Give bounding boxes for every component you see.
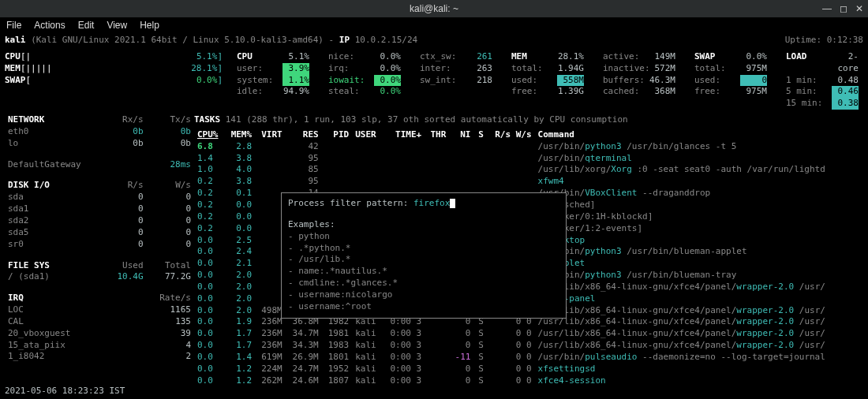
disk-row: sda100: [5, 203, 194, 215]
disk-row: sda200: [5, 215, 194, 227]
filter-input[interactable]: firefox: [413, 198, 450, 208]
irq-row: CAL135: [5, 316, 194, 328]
net-row: lo0b0b: [5, 138, 194, 150]
col-res: RES: [286, 129, 322, 141]
tasks-line: TASKS TASKS 141 (288 thr), 1 run, 103 sl…: [194, 114, 863, 126]
swap2-label: SWAP: [694, 51, 740, 63]
irq-row: 15_ata_piix4: [5, 340, 194, 352]
example-item: - python: [288, 231, 559, 243]
fs-title: FILE SYS: [5, 260, 105, 272]
load-15m: 0.38: [832, 98, 859, 110]
ctx-sw: 261: [466, 51, 492, 63]
menu-help[interactable]: Help: [140, 19, 159, 32]
disk-row: sr000: [5, 239, 194, 251]
uptime: Uptime: 0:12:38: [785, 35, 863, 47]
col-pid: PID: [322, 129, 353, 141]
timestamp: 2021-05-06 18:23:23 IST: [5, 386, 125, 396]
diskio-title: DISK I/O: [5, 180, 105, 192]
swap-label: SWAP: [5, 75, 26, 87]
disk-row: sda00: [5, 192, 194, 203]
process-row[interactable]: 1.43.895 /usr/bin/qterminal: [194, 153, 863, 165]
example-item: - /usr/lib.*: [288, 254, 559, 266]
quick-stats: CPU [|5.1%] MEM [|||||28.1%] SWAP [0.0%]…: [5, 51, 863, 110]
mem2-label: MEM: [511, 51, 557, 63]
iowait: 0.0%: [374, 75, 401, 87]
process-row[interactable]: 0.01.7236M34.3M1983kali0:00 30S0 0/usr/l…: [194, 340, 863, 352]
left-sidebar: NETWORKRx/sTx/s eth00b0b lo0b0b DefaultG…: [5, 114, 194, 399]
cpu-label: CPU: [5, 51, 21, 63]
col-virt: VIRT: [255, 129, 286, 141]
cpu2-label: CPU: [237, 51, 282, 63]
os-info: (Kali GNU/Linux 2021.1 64bit / Linux 5.1…: [31, 35, 339, 45]
cpu-system: 1.1%: [282, 75, 309, 87]
ip-value: 10.0.2.15/24: [355, 35, 417, 45]
menu-actions[interactable]: Actions: [34, 19, 65, 32]
example-item: - name:.*nautilus.*: [288, 266, 559, 278]
process-row[interactable]: 6.82.842 /usr/bin/python3 /usr/bin/glanc…: [194, 141, 863, 153]
close-icon[interactable]: ✕: [855, 2, 863, 15]
minimize-icon[interactable]: —: [822, 2, 832, 15]
network-title: NETWORK: [5, 114, 105, 126]
col-s: S: [473, 129, 486, 141]
filter-label: Process filter pattern:: [288, 198, 413, 208]
window-controls: — ◻ ✕: [822, 2, 863, 15]
irq-row: 1_i80422: [5, 351, 194, 363]
col-cpu: CPU%: [194, 129, 225, 141]
default-gateway: DefaultGateway: [5, 159, 105, 171]
fs-row: / (sda1)10.4G77.2G: [5, 271, 194, 283]
process-row[interactable]: 0.01.9236M36.8M1982kali0:00 30S0 0/usr/l…: [194, 316, 863, 328]
process-row[interactable]: 0.01.4619M26.9M1801kali0:00 3-11S0 0/usr…: [194, 352, 863, 364]
col-ni: NI: [449, 129, 473, 141]
col-user: USER: [352, 129, 383, 141]
mem-pct: 28.1%: [191, 63, 217, 75]
terminal-area[interactable]: kali (Kali GNU/Linux 2021.1 64bit / Linu…: [0, 33, 868, 399]
swap-pct: 0.0%: [196, 75, 218, 87]
swap-used: 0: [740, 75, 767, 87]
status-bar: 2021-05-06 18:23:23 IST: [0, 384, 868, 399]
text-cursor: [450, 199, 455, 208]
col-time: TIME+: [383, 129, 425, 141]
process-row[interactable]: 1.04.085 /usr/lib/xorg/Xorg :0 -seat sea…: [194, 164, 863, 176]
ip-label: IP: [339, 35, 350, 45]
cpu-user: 3.9%: [282, 63, 309, 75]
irq-row: 20_vboxguest39: [5, 328, 194, 340]
menubar: File Actions Edit View Help: [0, 17, 868, 33]
menu-edit[interactable]: Edit: [78, 19, 95, 32]
col-rws: R/s W/s: [487, 129, 535, 141]
irq-title: IRQ: [5, 293, 105, 304]
hostname: kali: [5, 35, 26, 45]
process-row[interactable]: 0.23.895 xfwm4: [194, 176, 863, 188]
net-row: eth00b0b: [5, 126, 194, 138]
example-item: - .*python.*: [288, 243, 559, 255]
titlebar: kali@kali: ~ — ◻ ✕: [0, 0, 868, 17]
disk-row: sda500: [5, 227, 194, 239]
col-cmd: Command: [535, 129, 863, 141]
process-row[interactable]: 0.01.2224M24.7M1952kali0:00 30S0 0xfsett…: [194, 364, 863, 375]
examples-label: Examples:: [288, 219, 559, 231]
mem-label: MEM: [5, 63, 21, 75]
process-row[interactable]: 0.01.7236M34.7M1981kali0:00 30S0 0/usr/l…: [194, 328, 863, 340]
maximize-icon[interactable]: ◻: [840, 2, 847, 15]
host-line: kali (Kali GNU/Linux 2021.1 64bit / Linu…: [5, 35, 863, 47]
swap-bar: [: [26, 75, 32, 87]
cpu-bar: [|: [21, 51, 31, 63]
cpu-pct: 5.1%: [196, 51, 218, 63]
mem-used: 558M: [557, 75, 584, 87]
filter-popup[interactable]: Process filter pattern: firefox Examples…: [281, 192, 567, 319]
example-item: - username:^root: [288, 301, 559, 313]
cpu-idle: 94.9%: [282, 86, 309, 98]
col-mem: MEM%: [225, 129, 256, 141]
irq-row: LOC1165: [5, 304, 194, 316]
example-item: - cmdline:.*glances.*: [288, 278, 559, 289]
col-thr: THR: [425, 129, 449, 141]
load-5m: 0.46: [832, 86, 859, 98]
window-title: kali@kali: ~: [410, 2, 458, 15]
load-label: LOAD: [786, 51, 832, 75]
menu-view[interactable]: View: [107, 19, 127, 32]
mem-bar: [|||||: [21, 63, 52, 75]
example-item: - username:nicolargo: [288, 289, 559, 301]
menu-file[interactable]: File: [6, 19, 21, 32]
